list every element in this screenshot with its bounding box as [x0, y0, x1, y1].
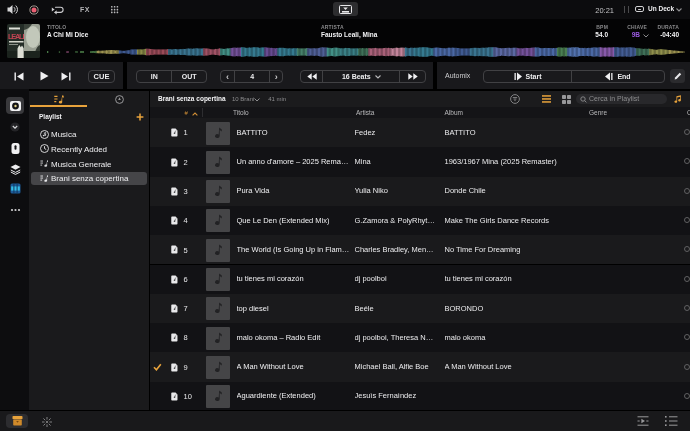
svg-text:LEALI: LEALI: [8, 32, 25, 41]
